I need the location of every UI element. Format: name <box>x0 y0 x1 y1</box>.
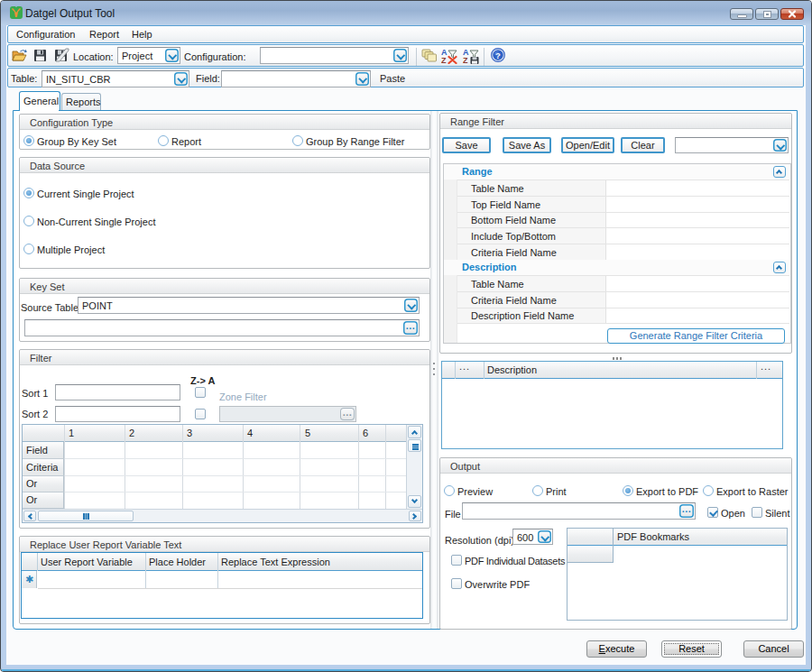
svg-text:?: ? <box>495 51 501 60</box>
svg-text:Z: Z <box>463 56 468 64</box>
svg-text:Z: Z <box>441 56 447 64</box>
